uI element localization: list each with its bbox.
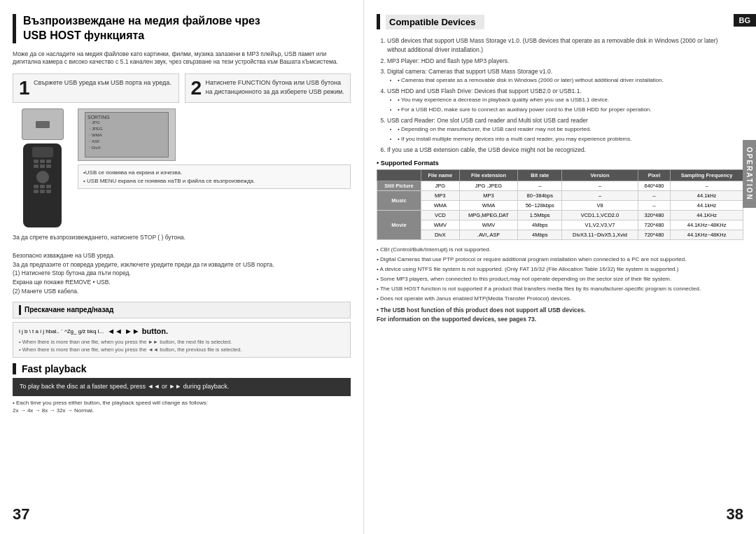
step-1-box: 1 Свържете USB уреда към USB порта на ур…: [13, 73, 179, 103]
table-row: Still PictureJPGJPG .JPEG––640*480–: [377, 181, 743, 191]
item5-note1: • Depending on the manufacturer, the USB…: [398, 125, 729, 134]
supported-title: • Supported Formats: [377, 160, 743, 167]
bold-note-1: • The USB host function of this product …: [377, 306, 729, 315]
step-1-number: 1: [19, 78, 30, 98]
item3-note: • Cameras that operate as a removable di…: [398, 76, 729, 85]
list-item-6: If you use a USB extension cable, the US…: [387, 146, 729, 155]
bottom-note: • The USB HOST function is not supported…: [377, 285, 729, 293]
stop-section: За да спрете възпрозизвеждането, натисне…: [13, 233, 351, 295]
fast-note: • Each time you press either button, the…: [13, 399, 351, 414]
left-page: Възпроизвеждане на медия файлове чрез US…: [0, 0, 364, 534]
bottom-note: • Digital Cameras that use PTP protocol …: [377, 255, 729, 264]
table-header-row: File name File extension Bit rate Versio…: [377, 170, 743, 181]
middle-section: SORTING ・JPG ・JPEG ・WMA ・ASF ・DivX •USB …: [13, 108, 351, 227]
page-number-left: 37: [13, 505, 29, 524]
compatible-title: Compatible Devices: [386, 15, 484, 29]
table-row: WMAWMA56~128kbpsV8–44.1kHz: [377, 201, 743, 211]
notes-section: SORTING ・JPG ・JPEG ・WMA ・ASF ・DivX •USB …: [78, 108, 351, 227]
skip-row: l j b \ t a i j h‌bal.. ` ^Zg_ g/ž bkq l…: [19, 326, 344, 337]
step-2-number: 2: [191, 78, 202, 98]
th-pixel: Pixel: [638, 170, 670, 181]
skip-box: l j b \ t a i j h‌bal.. ` ^Zg_ g/ž bkq l…: [13, 322, 351, 358]
list-item-3: Digital camera: Cameras that support USB…: [387, 67, 729, 85]
bottom-note: • Does not operate with Janus enabled MT…: [377, 295, 729, 303]
compatible-content: USB devices that support USB Mass Storag…: [377, 36, 729, 154]
steps-container: 1 Свържете USB уреда към USB порта на ур…: [13, 73, 351, 103]
list-item-5: USB card Reader: One slot USB card reade…: [387, 116, 729, 143]
operation-badge: OPERATION: [743, 140, 756, 208]
skip-buttons: ◄◄ ►► button.: [107, 326, 168, 337]
page-number-right: 38: [727, 505, 743, 524]
usb-notes: •USB се появява на екрана и изчезва. • U…: [78, 164, 351, 188]
skip-note-2: • When there is more than one file, when…: [19, 346, 344, 354]
skip-section: Прескачане напред/назад l j b \ t a i j …: [13, 302, 351, 358]
th-sampling: Sampling Frequency: [671, 170, 743, 181]
device-illustrations: [13, 108, 72, 227]
skip-header: Прескачане напред/назад: [13, 302, 351, 318]
bottom-note: • Some MP3 players, when connected to th…: [377, 275, 729, 283]
intro-text: Може да се насладите на медия файлове ка…: [13, 50, 351, 67]
bottom-notes: • CBI (Control/Bulk/Interrupt) is not su…: [377, 246, 729, 324]
list-item-1: USB devices that support USB Mass Storag…: [387, 36, 729, 55]
item4-note1: • You may experience a decrease in playb…: [398, 96, 729, 104]
right-page: BG OPERATION Compatible Devices USB devi…: [364, 0, 756, 534]
table-row: DivX.AVI,.ASF4MbpsDivX3.11~DivX5.1,Xvid7…: [377, 230, 743, 240]
table-row: WMVWMV4MbpsV1,V2,V3,V7720*48044.1KHz~48K…: [377, 220, 743, 230]
step-2-text: Натиснете FUNCTION бутона или USB бутона…: [206, 78, 345, 96]
th-category: [377, 170, 421, 181]
formats-table: File name File extension Bit rate Versio…: [377, 169, 743, 240]
table-row: MovieVCDMPG,MPEG,DAT1.5MbpsVCD1.1,VCD2.0…: [377, 211, 743, 220]
section-bar-icon: [19, 305, 21, 315]
list-item-4-notes: • You may experience a decrease in playb…: [387, 96, 729, 114]
remote-image: [23, 143, 62, 227]
step-1-text: Свържете USB уреда към USB порта на уред…: [34, 78, 172, 87]
fast-box: To play back the disc at a faster speed,…: [13, 378, 351, 396]
th-filename: File name: [421, 170, 460, 181]
bottom-note: • A device using NTFS file system is not…: [377, 265, 729, 274]
th-bitrate: Bit rate: [518, 170, 562, 181]
fast-title: Fast playback: [22, 363, 87, 374]
stop-text: За да спрете възпрозизвеждането, натисне…: [13, 233, 351, 295]
supported-formats: • Supported Formats File name File exten…: [377, 160, 743, 240]
item4-note2: • For a USB HDD, make sure to connect an…: [398, 106, 729, 114]
page-title: Възпроизвеждане на медия файлове чрез US…: [23, 14, 351, 43]
table-row: MusicMP3MP380~384bps––44.1kHz: [377, 191, 743, 201]
step-2-box: 2 Натиснете FUNCTION бутона или USB буто…: [185, 73, 351, 103]
formats-tbody: Still PictureJPGJPG .JPEG––640*480–Music…: [377, 181, 743, 240]
bottom-note: • CBI (Control/Bulk/Interrupt) is not su…: [377, 246, 729, 254]
list-item-5-notes: • Depending on the manufacturer, the USB…: [387, 125, 729, 143]
screen-image: SORTING ・JPG ・JPEG ・WMA ・ASF ・DivX: [78, 108, 176, 161]
usb-device-image: [22, 108, 64, 140]
list-item-4: USB HDD and USB Flash Drive: Devices tha…: [387, 87, 729, 114]
bg-badge: BG: [734, 14, 757, 27]
list-item-2: MP3 Player: HDD and flash type MP3 playe…: [387, 57, 729, 66]
header-bar-icon: [377, 14, 380, 29]
bottom-notes-list: • CBI (Control/Bulk/Interrupt) is not su…: [377, 246, 729, 303]
fast-header: Fast playback: [13, 363, 351, 374]
fast-playback-section: Fast playback To play back the disc at a…: [13, 363, 351, 414]
bold-note-2: For information on the supported devices…: [377, 315, 729, 324]
compatible-list: USB devices that support USB Mass Storag…: [377, 36, 729, 154]
title-section: Възпроизвеждане на медия файлове чрез US…: [13, 14, 351, 43]
list-item-3-notes: • Cameras that operate as a removable di…: [387, 76, 729, 85]
item5-note2: • If you install multiple memory devices…: [398, 135, 729, 143]
th-version: Version: [562, 170, 638, 181]
th-extension: File extension: [459, 170, 518, 181]
compatible-devices-header: Compatible Devices: [377, 14, 743, 29]
skip-note-1: • When there is more than one file, when…: [19, 339, 344, 346]
